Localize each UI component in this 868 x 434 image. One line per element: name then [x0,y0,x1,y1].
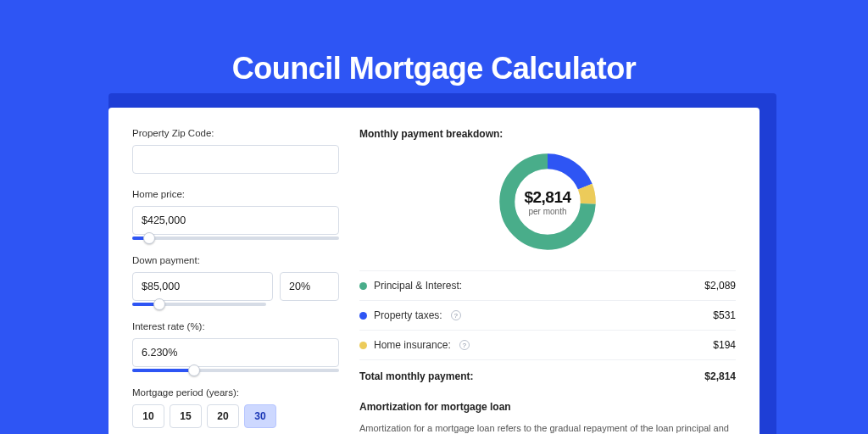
total-label: Total monthly payment: [359,370,473,382]
legend-dot-icon [359,312,367,320]
donut-center: $2,814 per month [494,148,601,255]
total-row: Total monthly payment: $2,814 [359,360,736,382]
legend: Principal & Interest:$2,089Property taxe… [359,270,736,360]
amortization-text: Amortization for a mortgage loan refers … [359,421,736,434]
slider-thumb[interactable] [188,364,200,376]
donut-chart-wrap: $2,814 per month [359,148,736,255]
legend-dot-icon [359,342,367,349]
period-button-row: 10152030 [132,404,339,428]
legend-value: $2,089 [704,280,736,292]
period-button-30[interactable]: 30 [244,404,276,428]
legend-value: $194 [713,339,736,351]
home-price-label: Home price: [132,189,339,199]
legend-left: Home insurance:? [359,339,470,351]
zip-group: Property Zip Code: [132,128,339,174]
down-payment-pct-input[interactable] [280,272,339,301]
calculator-card: Property Zip Code: Home price: Down paym… [108,108,760,434]
legend-value: $531 [713,309,736,321]
amortization-title: Amortization for mortgage loan [359,401,736,413]
legend-row: Home insurance:?$194 [359,331,736,360]
amortization-section: Amortization for mortgage loan Amortizat… [359,401,736,434]
breakdown-column: Monthly payment breakdown: $2,814 per mo… [359,128,736,422]
breakdown-title: Monthly payment breakdown: [359,128,736,140]
down-payment-group: Down payment: [132,255,339,306]
period-button-10[interactable]: 10 [132,404,164,428]
donut-amount: $2,814 [524,188,570,207]
info-icon[interactable]: ? [459,340,470,350]
legend-dot-icon [359,282,367,290]
interest-slider[interactable] [132,369,339,372]
interest-label: Interest rate (%): [132,321,339,331]
zip-input[interactable] [132,145,339,174]
form-column: Property Zip Code: Home price: Down paym… [132,128,339,422]
legend-row: Principal & Interest:$2,089 [359,271,736,301]
period-label: Mortgage period (years): [132,387,339,398]
page-background: Council Mortgage Calculator Property Zip… [0,0,868,434]
home-price-input[interactable] [132,206,339,235]
down-payment-slider[interactable] [132,303,266,306]
slider-thumb[interactable] [143,232,155,244]
donut-sub: per month [528,207,566,216]
period-button-20[interactable]: 20 [207,404,239,428]
zip-label: Property Zip Code: [132,128,339,138]
home-price-group: Home price: [132,189,339,240]
donut-chart: $2,814 per month [494,148,601,255]
interest-input[interactable] [132,338,339,367]
interest-group: Interest rate (%): [132,321,339,372]
legend-left: Principal & Interest: [359,280,462,292]
period-group: Mortgage period (years): 10152030 [132,387,339,428]
legend-label: Principal & Interest: [374,280,462,292]
down-payment-label: Down payment: [132,255,339,265]
total-value: $2,814 [704,370,736,382]
legend-label: Home insurance: [374,339,451,351]
legend-label: Property taxes: [374,309,442,321]
slider-thumb[interactable] [153,298,165,310]
info-icon[interactable]: ? [451,310,461,320]
legend-row: Property taxes:?$531 [359,301,736,331]
home-price-slider[interactable] [132,236,339,240]
period-button-15[interactable]: 15 [170,404,202,428]
legend-left: Property taxes:? [359,309,461,321]
down-payment-input[interactable] [132,272,273,301]
page-title: Council Mortgage Calculator [0,51,868,86]
